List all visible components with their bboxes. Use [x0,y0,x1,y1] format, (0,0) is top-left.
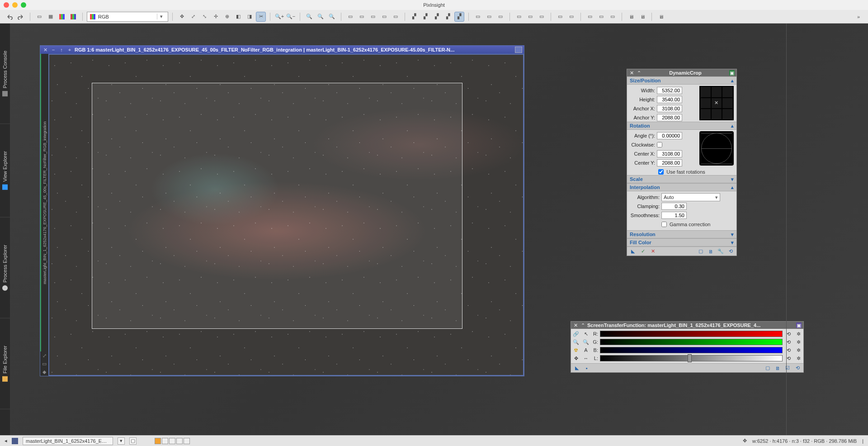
display-c-icon[interactable]: 🖥 [656,12,666,22]
link-icon[interactable]: 🔗 [572,330,580,337]
undo-button[interactable] [5,12,14,22]
image-view[interactable] [48,54,524,376]
display-a-icon[interactable]: 🖥 [626,12,636,22]
window-e-icon[interactable]: ▭ [391,12,401,22]
chevron-left-icon[interactable]: ◂ [5,438,7,444]
wrench-icon[interactable]: 🔧 [717,248,724,255]
pan-icon[interactable]: ✢ [211,12,221,22]
zoom-11-button[interactable]: 🔍 [316,12,326,22]
zoom-fit-button[interactable]: 🔍 [304,12,314,22]
center-icon[interactable]: ⊕ [222,12,232,22]
clockwise-checkbox[interactable] [657,142,662,147]
crop-tool-button[interactable]: ✂ [256,12,266,22]
zoom-out-icon[interactable]: 🔍 [582,338,590,346]
view-icon[interactable]: ▭ [40,360,48,368]
section-resolution[interactable]: Resolution▾ [627,230,736,238]
channel-box-3[interactable] [169,438,175,444]
tab-close[interactable]: ▢ [129,437,137,445]
square-icon[interactable]: ▢ [698,248,704,255]
anchor-x-input[interactable] [657,105,682,112]
square-icon[interactable]: ▢ [764,365,771,371]
zoom-in-button[interactable]: 🔍+ [274,12,284,22]
layout-c-icon[interactable]: ▭ [537,12,547,22]
side-tab-process-console[interactable]: Process Console [0,24,10,124]
image-window-titlebar[interactable]: ✕ − ↑ + RGB 1:6 masterLight_BIN_1_6252x4… [40,46,524,54]
section-fill-color[interactable]: Fill Color▾ [627,238,736,247]
cancel-button[interactable]: ✕ [650,248,656,255]
channel-box-2[interactable] [162,438,168,444]
window-a-icon[interactable]: ▭ [345,12,355,22]
close-icon[interactable]: ✕ [629,70,634,76]
zoom-in-icon[interactable]: 🔍 [572,338,580,346]
collapse-icon[interactable]: ⤡ [199,12,209,22]
apply-icon[interactable]: ▪ [584,365,590,371]
graph-b-icon[interactable]: ▞ [420,12,430,22]
graph-c-icon[interactable]: ▞ [432,12,442,22]
graph-e-icon[interactable]: ▞ [454,12,464,22]
channel-box-rgb[interactable] [155,438,161,444]
right-half-icon[interactable]: ◨ [245,12,255,22]
smoothness-input[interactable] [661,212,687,219]
settings-g-icon[interactable]: ✲ [794,338,802,346]
stf-luminance-slider[interactable] [600,355,783,361]
shade-icon[interactable]: ⌃ [636,70,642,76]
image-side-tab[interactable]: masterLight_BIN_1_6252x4176_EXPOSURE_45_… [40,54,48,351]
side-tab-view-explorer[interactable]: View Explorer [0,124,10,218]
panel-icon[interactable]: ▣ [796,323,802,328]
new-window-icon[interactable]: ▭ [34,12,44,22]
image-tab[interactable]: masterLight_BIN_1_6252x4176_EXPOS [23,437,113,445]
center-y-input[interactable] [657,159,682,166]
arrange-e-icon[interactable]: ▭ [608,12,618,22]
display-b-icon[interactable]: 🖥 [637,12,647,22]
layout-b-icon[interactable]: ▭ [525,12,535,22]
close-icon[interactable]: ✕ [573,323,578,328]
document-icon[interactable]: 🗎 [708,248,714,255]
minimize-icon[interactable]: − [50,47,57,53]
section-rotation[interactable]: Rotation▴ [627,122,736,130]
reset-g-icon[interactable]: ⟲ [784,338,793,346]
settings-r-icon[interactable]: ✲ [794,330,802,337]
panel-icon[interactable] [515,47,522,53]
reset-l-icon[interactable]: ⟲ [784,355,793,362]
channel-boxes[interactable] [155,438,190,444]
apply-button[interactable]: ✓ [640,248,646,255]
expand-icon[interactable]: ⤢ [40,351,48,360]
window-c-icon[interactable]: ▭ [368,12,378,22]
angle-input[interactable] [657,132,682,139]
hist-a-icon[interactable]: ▭ [473,12,483,22]
height-input[interactable] [657,96,682,103]
arrange-d-icon[interactable]: ▭ [596,12,606,22]
graph-d-icon[interactable]: ▞ [443,12,453,22]
settings-b-icon[interactable]: ✲ [794,346,802,354]
reset-r-icon[interactable]: ⟲ [784,330,793,337]
center-x-input[interactable] [657,150,682,157]
auto-icon[interactable]: A [582,346,590,354]
nuke-icon[interactable]: ☢ [572,346,580,354]
pan-icon[interactable]: ✥ [572,355,580,362]
color-mode-combo[interactable]: RGB ▾ [87,12,168,22]
crop-selection[interactable] [92,83,462,329]
move-icon[interactable]: ✥ [177,12,187,22]
left-half-icon[interactable]: ◧ [233,12,243,22]
window-d-icon[interactable]: ▭ [379,12,389,22]
maximize-icon[interactable]: + [66,47,73,53]
zoom-actual-button[interactable]: 🔍 [327,12,337,22]
stf-titlebar[interactable]: ✕ ⌃ ScreenTransferFunction: masterLight_… [571,322,803,329]
reset-icon[interactable]: ⟲ [794,365,801,371]
fast-rotations-checkbox[interactable] [658,169,664,175]
section-interpolation[interactable]: Interpolation▴ [627,183,736,191]
apply-icon[interactable]: ▣ [729,70,735,76]
channel-mix-icon[interactable] [68,12,78,22]
redo-button[interactable] [16,12,26,22]
rotation-dial[interactable] [699,131,734,166]
document-icon[interactable]: 🗎 [774,365,781,371]
arrange-c-icon[interactable]: ▭ [585,12,595,22]
pin-icon[interactable]: ◆ [40,368,48,376]
swap-icon[interactable]: ↔ [582,355,590,362]
clamping-input[interactable] [661,203,687,210]
arrange-b-icon[interactable]: ▭ [566,12,576,22]
stf-blue-slider[interactable] [600,347,783,353]
anchor-y-input[interactable] [657,114,682,121]
reset-icon[interactable]: ⟲ [727,248,734,255]
tab-dropdown[interactable]: ▾ [118,437,125,445]
